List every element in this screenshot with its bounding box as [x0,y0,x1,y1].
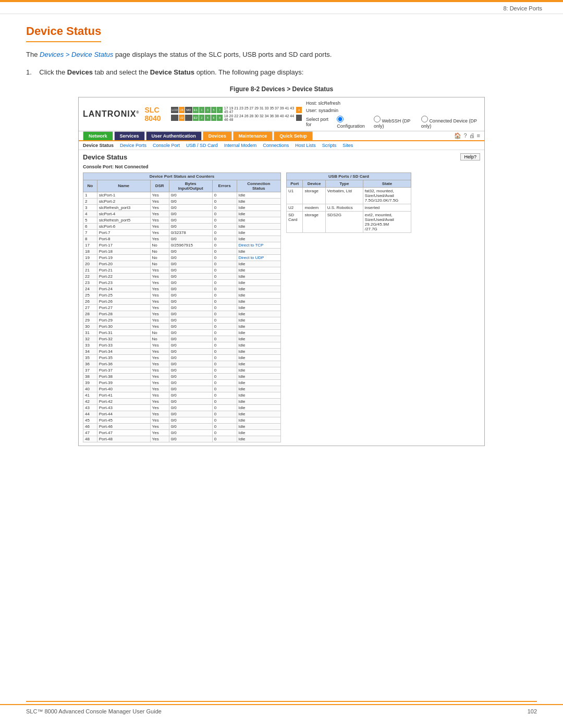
table-cell: 0 [212,398,237,404]
main-content: Device Status The Devices > Device Statu… [0,14,563,467]
table-cell: Yes [150,411,169,417]
table-cell: Yes [150,236,169,242]
radio-connected[interactable]: Connected Device (DP only) [421,116,480,129]
tab-quick-setup[interactable]: Quick Setup [274,131,313,140]
table-cell: Idle [237,267,280,273]
table-cell: Idle [237,273,280,279]
table-cell: Port-25 [97,292,150,298]
table-cell: 0/0 [169,336,212,342]
p2-indicator: 2 [199,115,205,121]
table-cell: Yes [150,386,169,392]
subnav-device-status[interactable]: Device Status [83,143,114,148]
subnav-device-ports[interactable]: Device Ports [120,143,146,148]
table-cell: Idle [237,286,280,292]
table-cell: No [150,261,169,267]
table-cell: 0/0 [169,411,212,417]
spacer1 [171,115,178,121]
subnav-scripts[interactable]: Scripts [322,143,337,148]
tab-devices[interactable]: Devices [203,131,232,140]
slc-model: SLC 8040 [145,106,167,122]
table-cell: 32 [83,336,97,342]
table-cell: 41 [83,392,97,398]
table-cell: Idle [237,423,280,429]
table-cell: 0/0 [169,204,212,211]
table-cell: 0/0 [169,236,212,242]
table-cell: 0/0 [169,367,212,373]
radio-webssh[interactable]: WebSSH (DP only) [374,116,416,129]
table-cell: 0/0 [169,317,212,323]
table-cell: Yes [150,211,169,217]
print-icon[interactable]: 🖨 [469,132,475,139]
table-cell: 38 [83,373,97,379]
table-cell: 40 [83,386,97,392]
table-cell: 31 [83,329,97,336]
table-cell: Idle [237,236,280,242]
table-cell: Idle [237,417,280,423]
table-cell: 0/0 [169,248,212,254]
tab-services[interactable]: Services [114,131,145,140]
table-cell: 0/0 [169,304,212,311]
table-cell: Yes [150,436,169,442]
table-row: 45Port-45Yes0/00Idle [83,417,281,423]
tab-maintenance[interactable]: Maintenance [233,131,273,140]
table-cell: 1 [83,192,97,198]
table-cell: 0/0 [169,217,212,223]
table-cell: 0 [212,411,237,417]
table-cell: 0 [212,373,237,379]
tab-user-auth[interactable]: User Authentication [146,131,202,140]
table-cell: 23 [83,279,97,286]
subnav-connections[interactable]: Connections [263,143,289,148]
table-row: 41Port-41Yes0/00Idle [83,392,281,398]
table-row: 36Port-36Yes0/00Idle [83,361,281,367]
col-bytes: BytesInput/Output [169,180,212,192]
table-cell: 42 [83,398,97,404]
table-row: 4slcPort-4Yes0/00Idle [83,211,281,217]
table-cell: inserted [363,204,411,211]
table-cell: Yes [150,311,169,317]
table-row: 29Port-29Yes0/00Idle [83,317,281,323]
table-cell: No [150,248,169,254]
table-cell: 0 [212,423,237,429]
table-cell: Yes [150,373,169,379]
table-cell: No [150,254,169,261]
select-port-label: Select port for [306,117,332,127]
table-cell: Yes [150,417,169,423]
table-row: 47Port-47Yes0/00Idle [83,429,281,436]
na-indicator: A [296,107,302,113]
u1-indicator: U1 [179,107,185,113]
device-content: Device Status Help? Console Port: Not Co… [79,150,484,446]
p1-indicator: 1 [199,107,205,113]
table-cell: 43 [83,404,97,411]
tab-network[interactable]: Network [83,131,113,140]
subnav-internal-modem[interactable]: Internal Modem [224,143,257,148]
help-button[interactable]: Help? [460,153,480,161]
table-cell: 0/0 [169,429,212,436]
table-cell: 0/0 [169,267,212,273]
table-cell: Yes [150,229,169,236]
table-cell: Port-8 [97,236,150,242]
question-icon[interactable]: ? [463,132,467,139]
table-cell: Yes [150,392,169,398]
table-cell: 21 [83,267,97,273]
table-cell: 0 [212,292,237,298]
table-cell: Yes [150,317,169,323]
table-cell: 0 [212,229,237,236]
table-cell: Port-41 [97,392,150,398]
subnav-usb-sd[interactable]: USB / SD Card [186,143,218,148]
table-cell: 0/0 [169,417,212,423]
subnav-sites[interactable]: Sites [342,143,353,148]
table-cell: Yes [150,223,169,229]
menu-icon[interactable]: ≡ [477,132,480,139]
p7-indicator: 7 [217,107,223,113]
table-cell: 0 [212,329,237,336]
subnav-host-lists[interactable]: Host Lists [295,143,316,148]
table-cell: 30 [83,323,97,329]
table-cell: Yes [150,292,169,298]
table-cell: 0/0 [169,192,212,198]
home-icon[interactable]: 🏠 [454,132,461,139]
radio-config[interactable]: Configuration [337,116,369,129]
subnav-console-port[interactable]: Console Port [153,143,180,148]
table-cell: Yes [150,398,169,404]
devices-link[interactable]: Devices > Device Status [40,51,113,58]
usb-col-state: State [363,180,411,187]
